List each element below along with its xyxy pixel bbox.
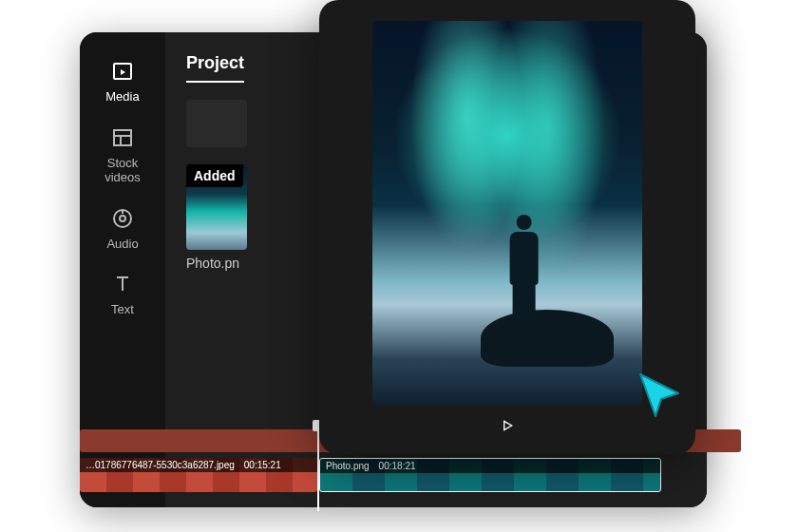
- svg-point-5: [120, 216, 125, 221]
- sidebar-item-label: Audio: [106, 237, 138, 252]
- play-button[interactable]: [500, 418, 515, 437]
- audio-icon: [110, 206, 135, 231]
- timeline-clip-1[interactable]: …01786776487-5530c3a6287.jpeg 00:15:21: [80, 458, 317, 492]
- preview-image[interactable]: [372, 21, 642, 405]
- stock-icon: [110, 125, 135, 150]
- play-icon: [500, 418, 515, 433]
- clip-filename: Photo.png: [326, 461, 370, 471]
- tab-project[interactable]: Project: [186, 53, 244, 83]
- preview-figure: [504, 215, 545, 319]
- cursor-icon: [635, 370, 686, 422]
- timeline-clip-2[interactable]: Photo.png 00:18:21: [319, 458, 661, 492]
- svg-rect-1: [114, 130, 131, 145]
- sidebar-item-audio[interactable]: Audio: [106, 206, 138, 252]
- clip-duration: 00:18:21: [379, 461, 416, 471]
- added-badge: Added: [186, 164, 243, 187]
- sidebar-item-text[interactable]: Text: [110, 272, 135, 317]
- empty-media-slot[interactable]: [186, 100, 247, 147]
- sidebar-item-stock[interactable]: Stock videos: [104, 125, 141, 185]
- media-thumbnail: Added: [186, 164, 247, 250]
- preview-foreground: [481, 310, 614, 367]
- sidebar-item-label: Text: [111, 302, 134, 317]
- sidebar-item-label: Stock videos: [104, 156, 141, 185]
- clip-filename: …01786776487-5530c3a6287.jpeg: [86, 460, 235, 470]
- clip-label: …01786776487-5530c3a6287.jpeg 00:15:21: [80, 458, 317, 472]
- timeline-tracks: …01786776487-5530c3a6287.jpeg 00:15:21 P…: [80, 445, 741, 509]
- media-icon: [110, 59, 135, 84]
- text-icon: [110, 272, 135, 296]
- sidebar-item-media[interactable]: Media: [105, 59, 139, 104]
- clip-duration: 00:15:21: [244, 460, 281, 470]
- clip-label: Photo.png 00:18:21: [320, 459, 660, 473]
- sidebar-item-label: Media: [105, 89, 139, 104]
